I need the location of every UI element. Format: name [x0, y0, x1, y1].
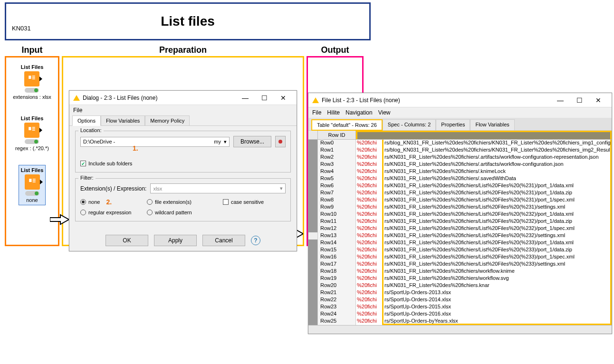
list-files-icon: [25, 174, 40, 190]
tab-memory-policy[interactable]: Memory Policy: [145, 115, 190, 126]
table-row[interactable]: Row2%20fichirs/KN031_FR_Lister%20des%20f…: [308, 154, 612, 161]
cell-rowid: Row19: [318, 275, 356, 282]
tab-spec-columns[interactable]: Spec - Columns: 2: [383, 119, 436, 131]
browse-button[interactable]: Browse...: [233, 136, 271, 147]
table-row[interactable]: Row16%20fichirs/KN031_FR_Lister%20des%20…: [308, 254, 612, 261]
cell-rowid: Row10: [318, 211, 356, 218]
cell-rowid: Row2: [318, 154, 356, 161]
cell-prefix-trunc: %20fichi: [356, 218, 382, 225]
tab-properties[interactable]: Properties: [436, 119, 470, 131]
table-row[interactable]: Row17%20fichirs/KN031_FR_Lister%20des%20…: [308, 261, 612, 268]
table-row[interactable]: Row15%20fichirs/KN031_FR_Lister%20des%20…: [308, 247, 612, 254]
ok-button[interactable]: OK: [106, 235, 148, 246]
table-header: Row ID: [308, 131, 612, 140]
table-row[interactable]: Row14%20fichirs/KN031_FR_Lister%20des%20…: [308, 239, 612, 247]
table-row[interactable]: Row12%20fichirs/KN031_FR_Lister%20des%20…: [308, 225, 612, 232]
row-marker: [308, 304, 318, 311]
th-filepath[interactable]: [356, 131, 612, 139]
window-titlebar[interactable]: File List - 2:3 - List Files (none) — ☐ …: [308, 93, 612, 107]
radio-file-extensions[interactable]: file extension(s): [147, 199, 223, 205]
menu-view[interactable]: View: [378, 109, 391, 116]
node-list-files-1[interactable]: List Files extensions : xlsx: [11, 62, 53, 102]
cell-prefix-trunc: %20fichi: [356, 275, 382, 282]
row-marker: [308, 247, 318, 254]
cell-rowid: Row4: [318, 168, 356, 175]
close-button[interactable]: ✕: [274, 91, 293, 105]
cell-rowid: Row1: [318, 147, 356, 154]
row-marker: [308, 140, 318, 147]
case-sensitive-checkbox[interactable]: case sensitive: [223, 199, 289, 205]
tab-flow-variables[interactable]: Flow Variables: [470, 119, 514, 131]
th-marker[interactable]: [308, 131, 318, 139]
maximize-button[interactable]: ☐: [255, 91, 274, 105]
close-button[interactable]: ✕: [589, 94, 608, 107]
node-caption: regex : (.*20.*): [15, 145, 49, 151]
table-row[interactable]: Row9%20fichirs/KN031_FR_Lister%20des%20f…: [308, 204, 612, 211]
table-row[interactable]: Row4%20fichirs/KN031_FR_Lister%20des%20f…: [308, 168, 612, 175]
table-row[interactable]: Row20%20fichirs/KN031_FR_Lister%20des%20…: [308, 282, 612, 289]
table-row[interactable]: Row5%20fichirs/KN031_FR_Lister%20des%20f…: [308, 175, 612, 182]
menu-navigation[interactable]: Navigation: [345, 109, 373, 116]
row-marker: [308, 190, 318, 197]
table-row[interactable]: Row24%20fichirs/SportUp-Orders-2016.xlsx: [308, 311, 612, 318]
cell-path: rs/SportUp-Orders-2013.xlsx: [382, 289, 612, 297]
table-row[interactable]: Row21%20fichirs/SportUp-Orders-2013.xlsx: [308, 289, 612, 297]
cancel-button[interactable]: Cancel: [202, 235, 245, 246]
menu-file[interactable]: File: [312, 109, 321, 116]
table-row[interactable]: Row13%20fichirs/KN031_FR_Lister%20des%20…: [308, 232, 612, 239]
minimize-button[interactable]: —: [551, 94, 570, 107]
radio-wildcard[interactable]: wildcard pattern: [147, 210, 223, 215]
table-row[interactable]: Row0%20fichirs/blog_KN031_FR_Lister%20de…: [308, 140, 612, 147]
dialog-file-list: File List - 2:3 - List Files (none) — ☐ …: [308, 93, 612, 334]
th-rowid[interactable]: Row ID: [318, 131, 356, 139]
table-row[interactable]: Row25%20fichirs/SportUp-Orders-byYears.x…: [308, 318, 612, 325]
flow-variable-button[interactable]: [275, 136, 286, 147]
location-path-combo[interactable]: D:\OneDrive - my ▾: [80, 137, 230, 147]
table-row[interactable]: Row19%20fichirs/KN031_FR_Lister%20des%20…: [308, 275, 612, 282]
chevron-down-icon: ▾: [280, 185, 283, 192]
arrow-right-icon: [50, 214, 69, 225]
cell-rowid: Row12: [318, 225, 356, 232]
node-list-files-3[interactable]: List Files none: [19, 165, 46, 205]
apply-button[interactable]: Apply: [154, 235, 197, 246]
menu-hilite[interactable]: Hilite: [327, 109, 340, 116]
cell-path: rs/SportUp-Orders-byYears.xlsx: [382, 318, 612, 325]
menu-file[interactable]: File: [73, 107, 82, 114]
cell-rowid: Row24: [318, 311, 356, 318]
row-marker: [308, 175, 318, 182]
table-row[interactable]: Row7%20fichirs/KN031_FR_Lister%20des%20f…: [308, 190, 612, 197]
row-marker: [308, 168, 318, 175]
row-marker: [308, 182, 318, 190]
minimize-button[interactable]: —: [236, 91, 255, 105]
table-row[interactable]: Row8%20fichirs/KN031_FR_Lister%20des%20f…: [308, 197, 612, 204]
maximize-button[interactable]: ☐: [570, 94, 589, 107]
window-titlebar[interactable]: Dialog - 2:3 - List Files (none) — ☐ ✕: [69, 91, 297, 105]
path-value-right: my: [214, 139, 221, 144]
table-row[interactable]: Row10%20fichirs/KN031_FR_Lister%20des%20…: [308, 211, 612, 218]
table-row[interactable]: Row22%20fichirs/SportUp-Orders-2014.xlsx: [308, 297, 612, 304]
tab-options[interactable]: Options: [72, 115, 101, 126]
radio-regex[interactable]: regular expression: [80, 210, 147, 215]
table-row[interactable]: Row6%20fichirs/KN031_FR_Lister%20des%20f…: [308, 182, 612, 190]
cell-path: rs/KN031_FR_Lister%20des%20fichiers/List…: [382, 254, 612, 261]
status-indicator: [25, 191, 39, 196]
table-row[interactable]: Row11%20fichirs/KN031_FR_Lister%20des%20…: [308, 218, 612, 225]
radio-none[interactable]: none 2.: [80, 198, 147, 206]
node-list-files-2[interactable]: List Files regex : (.*20.*): [13, 114, 51, 153]
tab-table-default[interactable]: Table "default" - Rows: 26: [311, 119, 383, 131]
cell-rowid: Row22: [318, 297, 356, 304]
row-marker: [308, 275, 318, 282]
tab-flow-variables[interactable]: Flow Variables: [101, 115, 145, 126]
expression-combo[interactable]: xlsx ▾: [150, 183, 286, 193]
cell-path: rs/KN031_FR_Lister%20des%20fichiers/.sav…: [382, 175, 612, 182]
cell-prefix-trunc: %20fichi: [356, 318, 382, 325]
table-row[interactable]: Row23%20fichirs/SportUp-Orders-2015.xlsx: [308, 304, 612, 311]
row-marker: [308, 204, 318, 211]
table-row[interactable]: Row1%20fichirs/blog_KN031_FR_Lister%20de…: [308, 147, 612, 154]
table-row[interactable]: Row18%20fichirs/KN031_FR_Lister%20des%20…: [308, 268, 612, 275]
include-subfolders-checkbox[interactable]: ✔ Include sub folders: [80, 161, 286, 166]
table-body: Row0%20fichirs/blog_KN031_FR_Lister%20de…: [308, 140, 612, 325]
help-button[interactable]: ?: [251, 236, 260, 245]
cell-path: rs/KN031_FR_Lister%20des%20fichiers/List…: [382, 247, 612, 254]
table-row[interactable]: Row3%20fichirs/KN031_FR_Lister%20des%20f…: [308, 161, 612, 168]
